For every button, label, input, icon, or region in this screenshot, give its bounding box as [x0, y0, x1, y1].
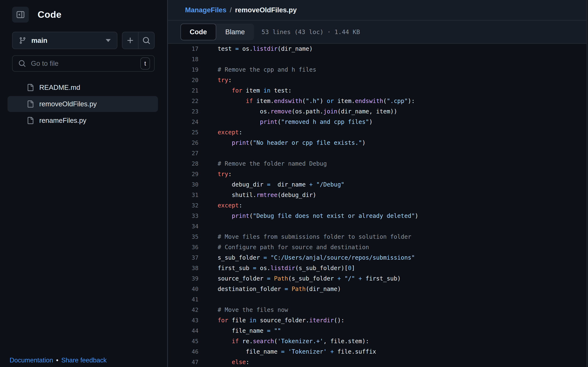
code-line: 25except: — [168, 127, 588, 138]
line-number[interactable]: 42 — [168, 305, 199, 315]
file-tree: README.mdremoveOldFiles.pyrenameFiles.py — [8, 80, 158, 128]
line-number[interactable]: 33 — [168, 211, 199, 221]
code-line: 27 — [168, 148, 588, 158]
collapse-sidebar-button[interactable] — [12, 7, 29, 23]
tab-code[interactable]: Code — [181, 24, 216, 40]
line-number[interactable]: 23 — [168, 106, 199, 117]
scrollbar[interactable] — [587, 0, 588, 367]
line-number[interactable]: 26 — [168, 138, 199, 148]
code-line-content: else: — [199, 357, 249, 367]
tab-blame[interactable]: Blame — [216, 24, 254, 40]
breadcrumb-separator: / — [230, 6, 232, 14]
line-number[interactable]: 29 — [168, 169, 199, 179]
code-line: 24 print("removed h and cpp files") — [168, 117, 588, 127]
line-number[interactable]: 38 — [168, 263, 199, 273]
search-code-button[interactable] — [138, 32, 154, 49]
search-icon — [18, 60, 26, 67]
code-line: 35# Move files from submissions folder t… — [168, 232, 588, 242]
share-feedback-link[interactable]: Share feedback — [61, 357, 107, 364]
file-icon — [27, 83, 34, 92]
code-line-content: print("removed h and cpp files") — [199, 117, 373, 127]
add-file-button[interactable] — [122, 32, 138, 49]
code-line: 19# Remove the cpp and h files — [168, 65, 588, 75]
sidebar-title: Code — [38, 9, 62, 20]
line-number[interactable]: 37 — [168, 252, 199, 263]
code-line: 47 else: — [168, 357, 588, 367]
code-line-content — [199, 54, 218, 65]
code-line-content: # Configure path for source and destinat… — [199, 242, 369, 252]
line-number[interactable]: 25 — [168, 127, 199, 138]
sidebar-controls: main — [12, 32, 155, 49]
git-branch-icon — [19, 37, 26, 44]
line-number[interactable]: 43 — [168, 315, 199, 326]
line-number[interactable]: 44 — [168, 326, 199, 336]
code-line-content: # Remove the folder named Debug — [199, 158, 327, 169]
line-number[interactable]: 41 — [168, 294, 199, 305]
breadcrumb-file-name: removeOldFiles.py — [235, 6, 297, 14]
code-line: 40destination_folder = Path(dir_name) — [168, 284, 588, 294]
code-line: 17test = os.listdir(dir_name) — [168, 44, 588, 54]
code-line-content: test = os.listdir(dir_name) — [199, 44, 313, 54]
line-number[interactable]: 24 — [168, 117, 199, 127]
code-line: 38first_sub = os.listdir(s_sub_folder)[0… — [168, 263, 588, 273]
code-line-content — [199, 148, 218, 158]
line-number[interactable]: 21 — [168, 85, 199, 96]
line-number[interactable]: 28 — [168, 158, 199, 169]
code-line: 41 — [168, 294, 588, 305]
branch-selector[interactable]: main — [12, 32, 117, 49]
chevron-down-icon — [106, 39, 111, 42]
line-number[interactable]: 36 — [168, 242, 199, 252]
line-number[interactable]: 18 — [168, 54, 199, 65]
code-blame-switcher: Code Blame — [181, 24, 254, 40]
code-line: 39source_folder = Path(s_sub_folder + "/… — [168, 273, 588, 284]
line-number[interactable]: 39 — [168, 273, 199, 284]
code-line-content: # Move files from submissions folder to … — [199, 232, 411, 242]
file-view-toolbar: Code Blame 53 lines (43 loc) · 1.44 KB — [168, 20, 588, 44]
line-number[interactable]: 30 — [168, 179, 199, 190]
shortcut-key-badge: t — [140, 58, 150, 70]
code-line: 26 print("No header or cpp file exists."… — [168, 138, 588, 148]
line-number[interactable]: 35 — [168, 232, 199, 242]
file-tree-sidebar: Code main Go to file — [0, 0, 167, 367]
code-line: 20try: — [168, 75, 588, 85]
line-number[interactable]: 17 — [168, 44, 199, 54]
code-line: 42# Move the files now — [168, 305, 588, 315]
line-number[interactable]: 32 — [168, 200, 199, 211]
line-number[interactable]: 40 — [168, 284, 199, 294]
code-line-content: # Move the files now — [199, 305, 288, 315]
code-line: 34 — [168, 221, 588, 232]
line-number[interactable]: 47 — [168, 357, 199, 367]
line-number[interactable]: 46 — [168, 347, 199, 357]
file-tree-item[interactable]: renameFiles.py — [8, 113, 158, 128]
sidebar-footer: Documentation • Share feedback — [10, 357, 107, 364]
line-number[interactable]: 34 — [168, 221, 199, 232]
branch-name: main — [31, 37, 47, 44]
documentation-link[interactable]: Documentation — [10, 357, 53, 364]
code-line: 22 if item.endswith(".h") or item.endswi… — [168, 96, 588, 106]
line-number[interactable]: 27 — [168, 148, 199, 158]
go-to-file-placeholder: Go to file — [31, 59, 58, 67]
go-to-file-input[interactable]: Go to file t — [12, 55, 155, 72]
code-line-content: s_sub_folder = "C:/Users/anjal/source/re… — [199, 252, 415, 263]
code-line: 37s_sub_folder = "C:/Users/anjal/source/… — [168, 252, 588, 263]
footer-separator: • — [56, 357, 58, 364]
code-line: 36# Configure path for source and destin… — [168, 242, 588, 252]
line-number[interactable]: 20 — [168, 75, 199, 85]
code-line-content: if re.search('Tokenizer.+', file.stem): — [199, 336, 369, 347]
line-number[interactable]: 45 — [168, 336, 199, 347]
code-line: 33 print("Debug file does not exist or a… — [168, 211, 588, 221]
line-number[interactable]: 22 — [168, 96, 199, 106]
breadcrumb-repo-link[interactable]: ManageFiles — [185, 6, 226, 14]
line-number[interactable]: 31 — [168, 190, 199, 200]
file-tree-item[interactable]: removeOldFiles.py — [8, 96, 158, 112]
code-line: 44 file_name = "" — [168, 326, 588, 336]
file-name: renameFiles.py — [39, 117, 86, 125]
file-tree-item[interactable]: README.md — [8, 80, 158, 95]
code-line-content: # Remove the cpp and h files — [199, 65, 316, 75]
line-number[interactable]: 19 — [168, 65, 199, 75]
sidebar-header: Code — [0, 0, 167, 23]
code-line-content: except: — [199, 127, 242, 138]
code-line: 21 for item in test: — [168, 85, 588, 96]
code-line-content: try: — [199, 75, 232, 85]
code-line-content: print("No header or cpp file exists.") — [199, 138, 365, 148]
